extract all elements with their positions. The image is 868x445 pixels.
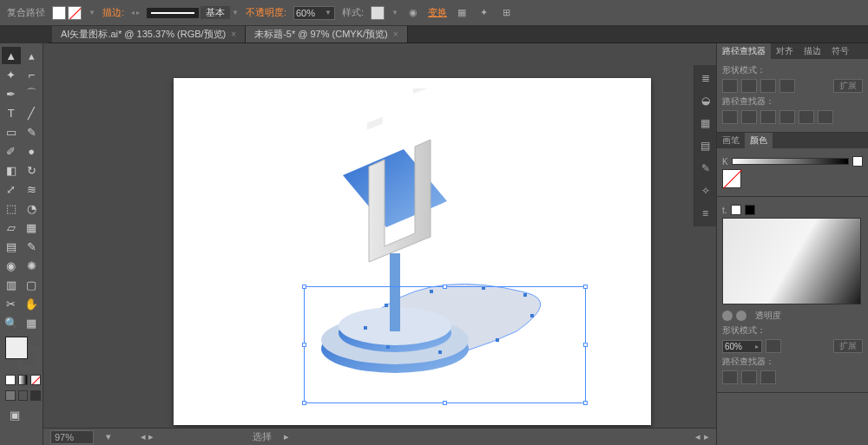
- close-icon[interactable]: ×: [231, 29, 236, 39]
- appearance-panel-icon[interactable]: ◒: [698, 93, 713, 108]
- type-tool[interactable]: T: [2, 104, 21, 121]
- graphic-styles-panel-icon[interactable]: ▦: [698, 115, 713, 131]
- panel-tab-color[interactable]: 颜色: [745, 133, 773, 148]
- fill-swatch-large[interactable]: [5, 337, 28, 359]
- rotate-tool[interactable]: ↻: [23, 161, 42, 179]
- blob-brush-tool[interactable]: ●: [23, 142, 42, 160]
- panel-tab-symbols[interactable]: 符号: [826, 43, 854, 59]
- stroke-panel-icon[interactable]: ≡: [698, 206, 713, 221]
- free-transform-tool[interactable]: ⬚: [2, 200, 21, 217]
- artboard-tool[interactable]: ▢: [23, 276, 42, 293]
- blend-opacity-field[interactable]: ▸: [722, 340, 762, 353]
- fill-stroke-control[interactable]: [5, 337, 40, 370]
- expand-button-2[interactable]: 扩展: [833, 339, 863, 353]
- mask-button[interactable]: [766, 339, 781, 353]
- mesh-tool[interactable]: ▦: [23, 219, 42, 236]
- gradient-stop-1[interactable]: [722, 311, 733, 321]
- direct-selection-tool[interactable]: ▴: [23, 47, 42, 64]
- color-fill-swatch[interactable]: [722, 169, 741, 188]
- stroke-profile[interactable]: 基本 ▼: [147, 6, 239, 19]
- slice-tool[interactable]: ✂: [2, 295, 21, 312]
- panel-tab-pathfinder[interactable]: 路径查找器: [717, 43, 771, 59]
- panel-tab-stroke[interactable]: 描边: [799, 43, 826, 59]
- pf-btn-a[interactable]: [722, 370, 738, 384]
- fill-stroke-swatches[interactable]: [52, 6, 82, 20]
- trim-button[interactable]: [741, 110, 757, 124]
- expand-button[interactable]: 扩展: [833, 79, 863, 93]
- recolor-icon[interactable]: ◉: [405, 5, 421, 21]
- unite-button[interactable]: [722, 79, 738, 93]
- blend-tool[interactable]: ◉: [2, 257, 21, 274]
- draw-behind-icon[interactable]: [18, 390, 29, 401]
- stroke-label[interactable]: 描边:: [102, 6, 124, 19]
- rectangle-tool[interactable]: ▭: [2, 123, 21, 141]
- gradient-tool[interactable]: ▤: [2, 238, 21, 255]
- arrange-icon[interactable]: ⊞: [499, 5, 515, 21]
- gradient-mode-icon[interactable]: [18, 375, 29, 385]
- merge-button[interactable]: [760, 110, 776, 124]
- isolate-icon[interactable]: ✦: [477, 5, 492, 21]
- k-value-box[interactable]: [852, 156, 863, 167]
- k-slider[interactable]: [732, 158, 849, 165]
- zoom-level[interactable]: 97%: [50, 430, 94, 444]
- eyedropper-tool[interactable]: ✎: [23, 238, 42, 255]
- canvas-area[interactable]: [43, 43, 716, 445]
- graphic-style-swatch[interactable]: [371, 6, 385, 20]
- minus-back-button[interactable]: [818, 110, 833, 124]
- width-tool[interactable]: ≋: [23, 180, 42, 198]
- line-tool[interactable]: ╱: [23, 104, 42, 121]
- screen-mode-tool[interactable]: ▣: [5, 406, 24, 423]
- selection-bounding-box[interactable]: [304, 286, 586, 403]
- symbols-panel-icon[interactable]: ✧: [698, 183, 713, 199]
- layers-panel-icon[interactable]: ≣: [698, 70, 713, 86]
- swatches-panel-icon[interactable]: ▤: [698, 138, 713, 154]
- magic-wand-tool[interactable]: ✦: [2, 66, 21, 83]
- none-mode-icon[interactable]: [30, 375, 41, 385]
- column-graph-tool[interactable]: ▥: [2, 276, 21, 293]
- style-dropdown[interactable]: ▼: [391, 9, 398, 16]
- scale-tool[interactable]: ⤢: [2, 180, 21, 198]
- fill-dropdown[interactable]: ▼: [89, 9, 95, 16]
- gradient-type-linear[interactable]: [731, 205, 741, 215]
- symbol-sprayer-tool[interactable]: ✺: [23, 257, 42, 274]
- nav-prev-icon[interactable]: ◂: [695, 431, 700, 442]
- align-icon[interactable]: ▦: [454, 5, 470, 21]
- draw-normal-icon[interactable]: [5, 390, 16, 401]
- transparency-tab[interactable]: 透明度: [755, 310, 781, 322]
- nav-next-icon[interactable]: ▸: [704, 431, 709, 442]
- pen-tool[interactable]: ✒: [2, 85, 21, 102]
- opacity-label[interactable]: 不透明度:: [246, 6, 286, 19]
- selection-tool[interactable]: ▲: [2, 47, 21, 64]
- pf-btn-b[interactable]: [741, 370, 757, 384]
- eraser-tool[interactable]: ◧: [2, 161, 21, 179]
- stroke-weight-dropdown[interactable]: ◂▸: [131, 9, 140, 16]
- gradient-type-radial[interactable]: [745, 205, 755, 215]
- paintbrush-tool[interactable]: ✎: [23, 123, 42, 141]
- opacity-field[interactable]: ▼: [293, 6, 335, 20]
- fill-swatch[interactable]: [52, 6, 66, 20]
- panel-tab-align[interactable]: 对齐: [771, 43, 799, 59]
- color-mode-icon[interactable]: [5, 375, 16, 385]
- document-tab[interactable]: 未标题-5* @ 97% (CMYK/预览) ×: [246, 26, 407, 43]
- perspective-tool[interactable]: ▱: [2, 219, 21, 236]
- gradient-preview[interactable]: [722, 218, 861, 304]
- opacity-input[interactable]: [294, 7, 322, 19]
- intersect-button[interactable]: [760, 79, 776, 93]
- stroke-swatch[interactable]: [68, 6, 82, 20]
- document-tab[interactable]: AI矢量图标.ai* @ 135.37% (RGB/预览) ×: [52, 26, 246, 43]
- curvature-tool[interactable]: ⌒: [23, 85, 42, 102]
- blend-opacity-input[interactable]: [723, 341, 753, 352]
- divide-button[interactable]: [722, 110, 738, 124]
- outline-button[interactable]: [799, 110, 814, 124]
- print-tiling-tool[interactable]: ▦: [23, 314, 42, 331]
- crop-button[interactable]: [779, 110, 795, 124]
- zoom-tool[interactable]: 🔍: [2, 314, 21, 331]
- pencil-tool[interactable]: ✐: [2, 142, 21, 160]
- pf-btn-c[interactable]: [760, 370, 776, 384]
- transform-link[interactable]: 变换: [428, 6, 447, 19]
- exclude-button[interactable]: [779, 79, 795, 93]
- close-icon[interactable]: ×: [393, 29, 398, 39]
- minus-front-button[interactable]: [741, 79, 757, 93]
- lasso-tool[interactable]: ⌐: [23, 66, 42, 83]
- draw-inside-icon[interactable]: [30, 390, 41, 401]
